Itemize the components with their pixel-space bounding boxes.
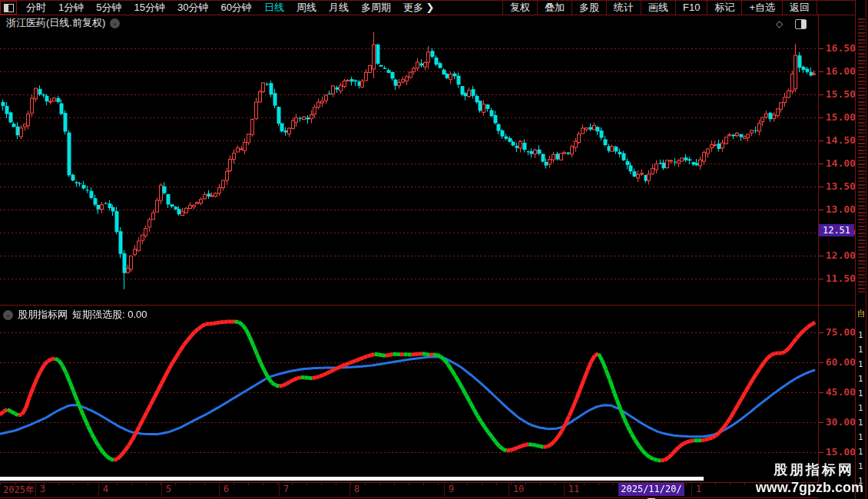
month-separator xyxy=(219,483,220,497)
panel-divider xyxy=(0,305,868,306)
month-label: 10 xyxy=(513,484,524,494)
watermark-url: www.7gpzb.com xyxy=(756,480,863,496)
month-separator xyxy=(564,483,565,497)
indicator-label: 30.00 xyxy=(826,416,856,428)
month-label: 9 xyxy=(449,484,454,494)
candlestick-chart[interactable] xyxy=(0,14,819,306)
indicator-tick xyxy=(819,332,823,333)
month-label: 1 xyxy=(696,484,701,494)
price-tick xyxy=(819,71,823,72)
price-tick xyxy=(819,256,823,256)
indicator-chart[interactable] xyxy=(0,306,819,481)
indicator-value-label: 短期强选股: 0.00 xyxy=(72,308,147,322)
indicator-label: 75.00 xyxy=(826,326,856,338)
clipped-digit: 1 xyxy=(858,330,863,340)
clipped-digit: 1 xyxy=(858,388,863,398)
clipped-digit: 1 xyxy=(858,418,863,428)
price-tick xyxy=(819,48,823,49)
indicator-header: ⌄ 股朋指标网 短期强选股: 0.00 xyxy=(3,308,147,322)
period-tab[interactable]: 周线 xyxy=(290,1,323,15)
period-tab[interactable]: 日线 xyxy=(258,1,290,15)
action-button[interactable]: 统计 xyxy=(606,1,641,15)
indicator-label: 60.00 xyxy=(826,356,856,368)
period-tab[interactable]: 分时 xyxy=(20,1,52,15)
month-separator xyxy=(98,483,99,497)
month-label: 3 xyxy=(40,484,45,494)
action-buttons: 复权叠加多股统计画线F10标记+自选返回 xyxy=(502,1,817,15)
month-label: 8 xyxy=(354,484,359,494)
period-toolbar: 分时1分钟5分钟15分钟30分钟60分钟日线周线月线多周期更多 ❯ 复权叠加多股… xyxy=(0,0,868,15)
chevron-down-icon[interactable]: ⌄ xyxy=(3,310,13,320)
indicator-site-label: 股朋指标网 xyxy=(18,308,68,322)
price-label: 15.00 xyxy=(826,111,856,123)
stock-app-window: 分时1分钟5分钟15分钟30分钟60分钟日线周线月线多周期更多 ❯ 复权叠加多股… xyxy=(0,0,868,499)
action-button[interactable]: 复权 xyxy=(502,1,537,15)
price-label: 14.00 xyxy=(826,157,856,169)
period-tab[interactable]: 5分钟 xyxy=(90,1,128,15)
clipped-digit: 1 xyxy=(858,359,863,369)
price-label: 11.50 xyxy=(826,273,856,284)
price-label: 16.50 xyxy=(826,42,856,54)
price-tick xyxy=(819,164,823,164)
clipped-digit: 1 xyxy=(858,447,863,457)
clipped-digit: 1 xyxy=(858,432,863,442)
clipped-vertical-text xyxy=(858,18,865,295)
action-button[interactable]: 叠加 xyxy=(537,1,571,15)
price-label: 16.00 xyxy=(826,65,856,77)
indicator-tick xyxy=(819,422,823,423)
window-layout-icon[interactable] xyxy=(0,1,17,15)
price-label: 13.00 xyxy=(826,203,856,215)
price-tick xyxy=(819,210,823,210)
period-tab[interactable]: 15分钟 xyxy=(128,1,171,15)
horizontal-scrollbar[interactable] xyxy=(0,477,704,481)
crosshair-date-tag: 2025/11/20/四 xyxy=(618,483,684,496)
month-label: 6 xyxy=(224,484,229,494)
month-separator xyxy=(350,483,350,497)
price-tick xyxy=(819,187,823,187)
month-separator xyxy=(161,483,162,497)
period-tab[interactable]: 60分钟 xyxy=(214,1,257,15)
month-label: 11 xyxy=(568,484,579,494)
month-separator xyxy=(509,483,509,497)
watermark-site: 股朋指标网 xyxy=(756,461,854,479)
month-separator xyxy=(691,483,692,497)
period-tab[interactable]: 更多 ❯ xyxy=(397,1,441,15)
action-button[interactable]: F10 xyxy=(675,1,707,15)
price-tick xyxy=(819,94,823,95)
month-separator xyxy=(279,483,280,497)
price-tick xyxy=(819,279,823,279)
price-label: 12.00 xyxy=(826,250,856,261)
price-label: 14.50 xyxy=(826,134,856,146)
action-button[interactable]: +自选 xyxy=(741,1,782,15)
watermark: 股朋指标网 www.7gpzb.com xyxy=(756,461,863,496)
clipped-char: 自 xyxy=(857,308,866,319)
price-label: 15.50 xyxy=(826,88,856,100)
action-button[interactable]: 多股 xyxy=(571,1,606,15)
action-button[interactable]: 标记 xyxy=(707,1,741,15)
price-tick xyxy=(819,117,823,118)
clipped-digit: 1 xyxy=(858,345,863,355)
month-separator xyxy=(35,483,36,497)
period-tabs: 分时1分钟5分钟15分钟30分钟60分钟日线周线月线多周期更多 ❯ xyxy=(17,1,502,15)
period-tab[interactable]: 30分钟 xyxy=(171,1,214,15)
indicator-label: 15.00 xyxy=(826,446,856,458)
indicator-tick xyxy=(819,452,823,453)
period-tab[interactable]: 月线 xyxy=(323,1,355,15)
action-button[interactable]: 画线 xyxy=(641,1,675,15)
price-label: 13.50 xyxy=(826,180,856,192)
month-label: 7 xyxy=(283,484,289,494)
clipped-digit: 1 xyxy=(858,403,863,413)
crosshair-price-tag: 12.51 xyxy=(819,224,854,236)
action-button[interactable]: 返回 xyxy=(782,1,817,15)
month-label: 5 xyxy=(166,484,171,494)
period-tab[interactable]: 1分钟 xyxy=(52,1,90,15)
clipped-digit: 1 xyxy=(858,374,863,384)
price-tick xyxy=(819,140,823,141)
period-tab[interactable]: 多周期 xyxy=(355,1,397,15)
year-label: 2025年 xyxy=(3,484,35,497)
indicator-tick xyxy=(819,362,823,363)
clipped-right-panel: 自 11111111111 xyxy=(855,0,868,499)
month-separator xyxy=(444,483,445,497)
indicator-tick xyxy=(819,392,823,393)
indicator-label: 45.00 xyxy=(826,386,856,398)
